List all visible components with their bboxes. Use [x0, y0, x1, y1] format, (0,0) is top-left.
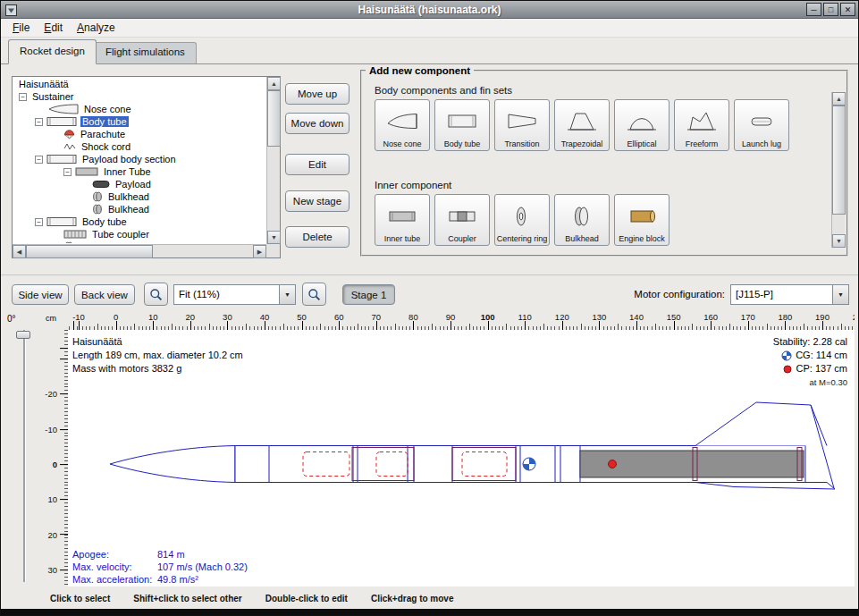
tree-item-label: Body tube [80, 216, 129, 227]
add-engine-block-button[interactable]: Engine block [614, 194, 670, 246]
zoom-out-button[interactable] [144, 283, 168, 306]
motor-configuration-select[interactable]: [J115-P] [730, 284, 849, 305]
tree-item-payload[interactable]: Payload [13, 178, 265, 190]
scroll-left-icon[interactable]: ◀ [13, 245, 26, 258]
collapse-icon[interactable] [35, 156, 43, 164]
add-centering-ring-button[interactable]: Centering ring [494, 194, 550, 246]
tree-item-body-tube[interactable]: Body tube [13, 115, 265, 128]
tree-item-bulkhead[interactable]: Bulkhead [13, 203, 265, 215]
delete-button[interactable]: Delete [285, 226, 349, 248]
body-components-row: Nose cone Body tube Transition Trapezoid… [375, 99, 789, 151]
zoom-in-button[interactable] [302, 283, 326, 306]
rotation-slider-track[interactable] [23, 330, 25, 582]
zoom-select[interactable]: Fit (11%) [173, 284, 296, 305]
status-hints: Click to selectShift+click to select oth… [50, 594, 453, 603]
scrollbar-corner [266, 244, 280, 257]
launch-lug-icon [745, 110, 778, 133]
scroll-down-icon[interactable]: ▼ [832, 234, 846, 248]
cg-value: CG: 114 cm [796, 349, 847, 362]
tree-item-parachute[interactable]: Parachute [13, 128, 265, 140]
add-elliptical-fin-button[interactable]: Elliptical [614, 99, 670, 151]
tree-item-rocket[interactable]: Haisunäätä [13, 78, 265, 90]
add-bulkhead-button[interactable]: Bulkhead [554, 194, 610, 246]
ruler-ticks-major [60, 330, 68, 586]
panel-splitter[interactable] [1, 274, 858, 276]
add-freeform-fin-button[interactable]: Freeform [674, 99, 729, 151]
tree-vertical-scrollbar[interactable]: ▲ ▼ [266, 77, 280, 244]
add-trapezoidal-fin-button[interactable]: Trapezoidal [554, 99, 610, 151]
status-hint: Click+drag to move [371, 594, 454, 603]
new-stage-button[interactable]: New stage [285, 190, 349, 212]
upper-fin-outline[interactable] [695, 402, 827, 446]
add-nose-cone-button[interactable]: Nose cone [375, 99, 430, 151]
tree-horizontal-scrollbar[interactable]: ◀ ▶ [13, 244, 266, 257]
move-down-button[interactable]: Move down [285, 113, 349, 134]
component-button-label: Nose cone [383, 139, 421, 148]
minimize-button[interactable]: ─ [806, 3, 821, 16]
tree-item-inner-tube[interactable]: Inner Tube [13, 165, 265, 178]
scroll-down-icon[interactable]: ▼ [267, 231, 281, 244]
maximize-button[interactable]: □ [823, 3, 838, 16]
max-acceleration-label: Max. acceleration: [72, 573, 157, 586]
tree-item-bulkhead[interactable]: Bulkhead [13, 190, 265, 203]
body-tube-icon [46, 216, 77, 227]
status-hint: Click to select [50, 594, 110, 603]
collapse-icon[interactable] [35, 218, 43, 226]
cg-marker [523, 458, 535, 470]
tree-item-tube-coupler[interactable]: Tube coupler [13, 228, 265, 240]
scroll-up-icon[interactable]: ▲ [267, 77, 281, 90]
menu-file[interactable]: File [5, 19, 37, 37]
body-tube-icon [46, 116, 77, 127]
lower-fin-outline[interactable] [695, 483, 835, 490]
tree-item-bulkhead[interactable]: Bulkhead [13, 240, 265, 243]
chevron-down-icon[interactable] [832, 285, 848, 304]
rotation-slider-handle[interactable] [16, 331, 30, 339]
nose-cone-outline[interactable] [110, 446, 235, 483]
tree-item-payload-body-section[interactable]: Payload body section [13, 153, 265, 165]
close-button[interactable]: ✕ [840, 3, 855, 16]
rocket-canvas[interactable]: Haisunäätä Length 189 cm, max. diameter … [68, 330, 855, 586]
tab-flight-simulations[interactable]: Flight simulations [94, 42, 197, 64]
scroll-up-icon[interactable]: ▲ [832, 92, 846, 105]
tree-item-body-tube-2[interactable]: Body tube [13, 215, 265, 228]
scrollbar-thumb[interactable] [267, 90, 281, 147]
add-inner-tube-button[interactable]: Inner tube [375, 194, 430, 246]
collapse-icon[interactable] [35, 118, 43, 126]
side-view-button[interactable]: Side view [12, 284, 69, 305]
menu-edit[interactable]: Edit [37, 19, 70, 37]
collapse-icon[interactable] [19, 93, 27, 101]
chevron-down-icon[interactable] [279, 285, 295, 304]
app-window: Haisunäätä (haisunaata.ork) ─ □ ✕ File E… [0, 0, 859, 616]
tree-item-label: Payload [114, 179, 153, 190]
add-launch-lug-button[interactable]: Launch lug [734, 99, 789, 151]
menu-analyze[interactable]: Analyze [70, 19, 122, 37]
freeform-fin-icon [686, 110, 718, 133]
collapse-icon[interactable] [63, 168, 72, 176]
h-ruler: -100102030405060708090100110120130140150… [68, 311, 855, 330]
engine-block-icon [626, 205, 658, 228]
body-components-label: Body components and fin sets [375, 85, 512, 96]
scrollbar-thumb[interactable] [26, 245, 153, 258]
scroll-right-icon[interactable]: ▶ [253, 245, 266, 258]
component-button-label: Launch lug [742, 139, 781, 148]
tree-item-shock-cord[interactable]: Shock cord [13, 140, 265, 153]
bulkhead-icon [63, 241, 74, 243]
add-body-tube-button[interactable]: Body tube [434, 99, 490, 151]
back-view-button[interactable]: Back view [74, 284, 135, 305]
tree-item-sustainer[interactable]: Sustainer [13, 90, 265, 103]
add-transition-button[interactable]: Transition [494, 99, 550, 151]
tab-rocket-design[interactable]: Rocket design [8, 39, 97, 64]
move-up-button[interactable]: Move up [285, 83, 349, 105]
add-coupler-button[interactable]: Coupler [434, 194, 490, 246]
edit-button[interactable]: Edit [285, 154, 349, 175]
stage-1-button[interactable]: Stage 1 [342, 284, 395, 305]
v-ruler-label: 20 [47, 529, 57, 539]
tree-item-nose-cone[interactable]: Nose cone [13, 103, 265, 115]
magnifier-icon [307, 288, 321, 301]
window-bottom-edge [1, 609, 858, 615]
menubar: File Edit Analyze [1, 19, 858, 38]
titlebar[interactable]: Haisunäätä (haisunaata.ork) ─ □ ✕ [1, 1, 858, 19]
scrollbar-thumb[interactable] [832, 105, 846, 215]
component-panel-scrollbar[interactable]: ▲ ▼ [831, 92, 845, 248]
component-tree: Haisunäätä Sustainer Nose cone Body tube… [13, 78, 265, 243]
